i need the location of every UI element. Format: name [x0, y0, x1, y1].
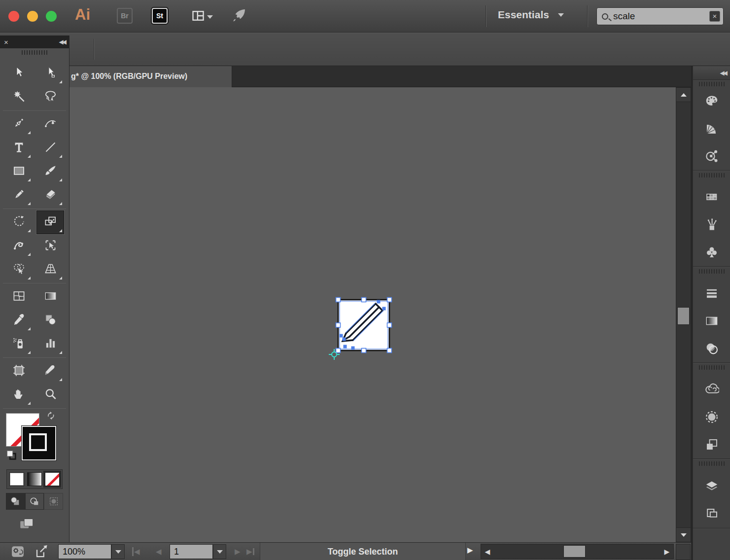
default-fill-stroke-icon[interactable] — [5, 449, 18, 464]
free-transform-tool[interactable] — [36, 234, 64, 258]
curvature-tool-icon — [44, 117, 57, 132]
pen-tool[interactable] — [5, 112, 33, 136]
stroke-indicator[interactable] — [22, 426, 56, 460]
scroll-down-button[interactable] — [676, 527, 691, 542]
direct-selection-tool[interactable] — [36, 62, 64, 85]
flyout-indicator — [28, 202, 31, 205]
rotate-tool[interactable] — [5, 210, 33, 234]
draw-behind-button[interactable] — [25, 493, 44, 510]
lasso-tool[interactable] — [36, 85, 64, 109]
stroke-panel-icon[interactable] — [693, 280, 730, 307]
shape-builder-tool[interactable] — [5, 258, 33, 281]
export-icon[interactable] — [35, 544, 49, 559]
zoom-level-dropdown[interactable] — [111, 544, 125, 559]
clear-search-icon[interactable]: × — [709, 11, 720, 22]
artboard-nav-dropdown[interactable] — [213, 544, 226, 559]
asset-export-panel-icon[interactable] — [693, 431, 730, 458]
scale-tool[interactable] — [36, 210, 64, 234]
horizontal-scrollbar[interactable]: ◀ ▶ — [481, 544, 674, 559]
next-artboard-button[interactable]: ▶ — [231, 544, 244, 559]
color-guide-panel-icon[interactable] — [693, 115, 730, 142]
panel-group-grip[interactable] — [699, 461, 725, 466]
draw-normal-button[interactable] — [6, 493, 25, 510]
column-graph-tool[interactable] — [36, 332, 64, 356]
status-display[interactable]: Toggle Selection — [260, 543, 466, 560]
artboard-nav-field[interactable] — [170, 544, 213, 559]
line-tool[interactable] — [36, 136, 64, 160]
panel-group-grip[interactable] — [699, 365, 725, 370]
workspace-switcher[interactable]: Essentials — [498, 9, 564, 21]
panel-group-grip[interactable] — [699, 82, 725, 86]
gradient-fill-button[interactable] — [27, 472, 42, 486]
selection-tool[interactable] — [5, 62, 33, 85]
eyedropper-tool[interactable] — [5, 309, 33, 332]
color-panel-icon[interactable] — [693, 87, 730, 115]
expand-panels-icon[interactable]: ◀◀ — [720, 70, 726, 76]
zoom-tool[interactable] — [36, 383, 64, 407]
perspective-grid-tool[interactable] — [36, 258, 64, 281]
panel-group-grip[interactable] — [699, 173, 725, 177]
artboard-tool[interactable] — [5, 359, 33, 383]
panel-grip[interactable] — [22, 50, 47, 55]
eraser-tool[interactable] — [36, 183, 64, 207]
vertical-scrollbar-thumb[interactable] — [677, 307, 690, 325]
bridge-button[interactable]: Br — [117, 8, 133, 24]
slice-tool[interactable] — [36, 359, 64, 383]
curvature-tool[interactable] — [36, 112, 64, 136]
dock-header[interactable]: ◀◀ — [693, 66, 730, 80]
paintbrush-tool[interactable] — [36, 160, 64, 183]
collapse-panel-icon[interactable]: ◀◀ — [59, 38, 65, 45]
blend-tool[interactable] — [36, 309, 64, 332]
scroll-left-button[interactable]: ◀ — [481, 544, 494, 559]
cc-libraries-panel-icon[interactable] — [693, 376, 730, 403]
symbols-panel-icon[interactable] — [693, 239, 730, 266]
draw-inside-button[interactable] — [44, 493, 63, 510]
close-window-button[interactable] — [8, 11, 19, 22]
transparency-panel-icon[interactable] — [693, 335, 730, 362]
panel-group-grip[interactable] — [699, 269, 725, 274]
swap-fill-stroke-icon[interactable] — [45, 410, 57, 424]
first-artboard-button[interactable]: ◀ — [132, 544, 140, 559]
recovery-settings-button[interactable] — [7, 544, 29, 559]
vertical-scrollbar[interactable] — [676, 87, 691, 542]
horizontal-scrollbar-thumb[interactable] — [563, 545, 586, 558]
search-input[interactable] — [612, 10, 709, 22]
gradient-tool[interactable] — [36, 285, 64, 309]
previous-artboard-button[interactable]: ◀ — [152, 544, 166, 559]
canvas[interactable] — [70, 87, 676, 542]
hand-tool[interactable] — [5, 383, 33, 407]
color-fill-button[interactable] — [9, 472, 24, 486]
search-box[interactable]: × — [596, 7, 724, 25]
document-tab[interactable]: g* @ 100% (RGB/GPU Preview) — [70, 66, 232, 87]
image-trace-panel-icon[interactable] — [693, 403, 730, 431]
stock-button[interactable]: St — [152, 8, 168, 24]
magic-wand-tool[interactable] — [5, 85, 33, 109]
gpu-performance-button[interactable] — [231, 7, 247, 26]
none-fill-button[interactable] — [45, 472, 60, 486]
layers-panel-icon[interactable] — [693, 473, 730, 500]
change-screen-mode-icon[interactable] — [17, 516, 36, 534]
last-artboard-button[interactable]: ▶ — [246, 544, 254, 559]
artwork-square[interactable] — [338, 300, 389, 350]
zoom-window-button[interactable] — [46, 11, 57, 22]
symbol-sprayer-tool[interactable] — [5, 332, 33, 356]
swatches-panel-icon[interactable] — [693, 183, 730, 211]
zoom-level-field[interactable] — [58, 544, 111, 559]
gradient-panel-icon[interactable] — [693, 307, 730, 335]
brushes-panel-icon[interactable] — [693, 211, 730, 239]
scroll-right-button[interactable]: ▶ — [660, 544, 673, 559]
status-menu-arrow-icon[interactable]: ▶ — [467, 546, 473, 555]
rectangle-tool[interactable] — [5, 160, 33, 183]
pencil-tool[interactable] — [5, 183, 33, 207]
mesh-tool[interactable] — [5, 285, 33, 309]
flyout-indicator — [59, 80, 62, 83]
arrange-documents-button[interactable] — [191, 9, 213, 25]
color-themes-panel-icon[interactable] — [693, 142, 730, 170]
close-panel-icon[interactable]: × — [4, 38, 8, 46]
minimize-window-button[interactable] — [27, 11, 38, 22]
width-tool[interactable] — [5, 234, 33, 258]
type-tool[interactable] — [5, 136, 33, 160]
artboards-panel-icon[interactable] — [693, 500, 730, 528]
scroll-up-button[interactable] — [676, 88, 691, 102]
selected-artwork[interactable] — [320, 288, 399, 367]
